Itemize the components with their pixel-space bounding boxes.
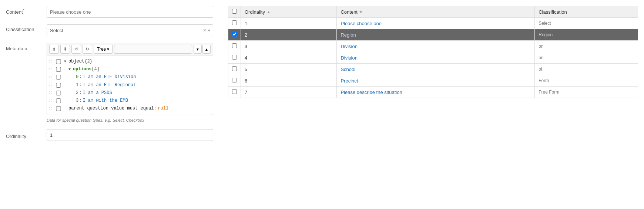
content-cell[interactable]: Division bbox=[337, 52, 535, 64]
ordinality-input[interactable] bbox=[47, 129, 213, 141]
sort-content-button[interactable]: Content bbox=[341, 9, 363, 15]
json-parent-row: :: parent_question_value_must_equal : nu… bbox=[47, 105, 213, 112]
row-checkbox[interactable] bbox=[55, 75, 62, 80]
metadata-hint: Data for special question types: e.g. Se… bbox=[6, 118, 213, 122]
content-cell[interactable]: Precinct bbox=[337, 75, 535, 87]
drag-handle: :: bbox=[47, 67, 54, 73]
row-checkbox[interactable] bbox=[232, 20, 237, 25]
sort-ordinality-button[interactable]: Ordinality ▲ bbox=[245, 9, 271, 15]
ordinality-row: Ordinality bbox=[6, 129, 213, 141]
json-search-input[interactable] bbox=[114, 45, 192, 54]
ordinality-cell: 7 bbox=[241, 87, 337, 98]
row-checkbox[interactable] bbox=[55, 83, 62, 88]
search-prev-button[interactable]: ▼ bbox=[194, 45, 202, 54]
classification-cell: on bbox=[535, 41, 638, 52]
row-checkbox[interactable] bbox=[55, 59, 62, 64]
row-checkbox[interactable] bbox=[232, 66, 237, 71]
table-row: 1 Please choose one Select bbox=[228, 18, 638, 29]
th-content: Content bbox=[337, 6, 535, 18]
table-row: 5 School ol bbox=[228, 64, 638, 75]
drag-handle: :: bbox=[47, 106, 54, 112]
drag-handle: :: bbox=[47, 98, 54, 104]
move-up-button[interactable]: ⬆ bbox=[49, 45, 59, 54]
sort-asc-icon: ▲ bbox=[267, 10, 271, 14]
tree-view-button[interactable]: Tree ▾ bbox=[94, 45, 113, 54]
search-next-button[interactable]: ▲ bbox=[202, 45, 211, 54]
row-check-cell bbox=[228, 64, 241, 75]
classification-cell: ol bbox=[535, 64, 638, 75]
content-input[interactable] bbox=[47, 6, 213, 18]
table-row: 7 Please describe the situation Free For… bbox=[228, 87, 638, 98]
row-checkbox[interactable] bbox=[232, 32, 237, 37]
redo-button[interactable]: ↻ bbox=[83, 45, 92, 54]
row-checkbox[interactable] bbox=[232, 78, 237, 82]
classification-cell: on bbox=[535, 52, 638, 64]
json-item-3: :: 3 : I am with the EMB bbox=[47, 97, 213, 105]
content-label: Content* bbox=[6, 6, 47, 15]
content-cell[interactable]: Region bbox=[337, 29, 535, 41]
select-all-checkbox[interactable] bbox=[232, 9, 237, 14]
content-cell[interactable]: Division bbox=[337, 41, 535, 52]
sort-icon-content bbox=[358, 10, 363, 14]
content-cell[interactable]: Please describe the situation bbox=[337, 87, 535, 98]
row-check-cell bbox=[228, 18, 241, 29]
ordinality-label: Ordinality bbox=[6, 131, 47, 139]
drag-handle: :: bbox=[47, 59, 54, 65]
th-checkbox bbox=[228, 6, 241, 18]
ordinality-cell: 5 bbox=[241, 64, 337, 75]
toggle-arrow[interactable]: ▼ bbox=[68, 67, 73, 73]
json-tree: :: ▼ object {2} :: ▼ options bbox=[47, 55, 213, 115]
search-nav: ▼ ▲ bbox=[194, 45, 211, 54]
content-row: Content* bbox=[6, 6, 213, 18]
row-check-cell bbox=[228, 52, 241, 64]
ordinality-cell: 6 bbox=[241, 75, 337, 87]
json-options-row: :: ▼ options [4] bbox=[47, 65, 213, 73]
th-classification: Classification bbox=[535, 6, 638, 18]
classification-cell: Select bbox=[535, 18, 638, 29]
json-toolbar: ⬆ ⬇ ↺ ↻ Tree ▾ ▼ ▲ bbox=[47, 43, 213, 55]
table-row: 4 Division on bbox=[228, 52, 638, 64]
row-checkbox[interactable] bbox=[55, 67, 62, 72]
move-down-button[interactable]: ⬇ bbox=[60, 45, 70, 54]
table-row: 3 Division on bbox=[228, 41, 638, 52]
data-table: Ordinality ▲ Content Classific bbox=[228, 6, 638, 98]
classification-cell: Form bbox=[535, 75, 638, 87]
right-panel: Ordinality ▲ Content Classific bbox=[228, 6, 638, 203]
content-cell[interactable]: School bbox=[337, 64, 535, 75]
row-checkbox[interactable] bbox=[55, 91, 62, 95]
row-check-cell bbox=[228, 75, 241, 87]
json-item-1: :: 1 : I am an ETF Regional bbox=[47, 81, 213, 89]
toggle-arrow[interactable]: ▼ bbox=[64, 59, 68, 65]
th-ordinality: Ordinality ▲ bbox=[241, 6, 337, 18]
json-editor[interactable]: ⬆ ⬇ ↺ ↻ Tree ▾ ▼ ▲ bbox=[47, 43, 213, 115]
drag-handle: :: bbox=[47, 74, 54, 80]
row-checkbox[interactable] bbox=[55, 98, 62, 103]
ordinality-cell: 3 bbox=[241, 41, 337, 52]
row-checkbox[interactable] bbox=[55, 106, 62, 111]
row-checkbox[interactable] bbox=[232, 43, 237, 48]
classification-row: Classification Select ✕ ▾ bbox=[6, 24, 213, 36]
content-cell[interactable]: Please choose one bbox=[337, 18, 535, 29]
metadata-label: Meta data bbox=[6, 43, 47, 51]
json-root-row: :: ▼ object {2} bbox=[47, 58, 213, 65]
row-check-cell bbox=[228, 29, 241, 41]
row-checkbox[interactable] bbox=[232, 55, 237, 60]
json-item-2: :: 2 : I am a PSDS bbox=[47, 89, 213, 97]
tree-dropdown-arrow: ▾ bbox=[107, 47, 109, 52]
classification-select[interactable]: Select bbox=[47, 24, 213, 36]
table-row: 6 Precinct Form bbox=[228, 75, 638, 87]
ordinality-cell: 1 bbox=[241, 18, 337, 29]
classification-select-wrapper: Select ✕ ▾ bbox=[47, 24, 213, 36]
row-check-cell bbox=[228, 41, 241, 52]
table-header-row: Ordinality ▲ Content Classific bbox=[228, 6, 638, 18]
left-panel: Content* Classification Select ✕ ▾ Me bbox=[6, 6, 213, 203]
select-clear-icon[interactable]: ✕ bbox=[203, 28, 207, 33]
metadata-row: Meta data ⬆ ⬇ ↺ ↻ Tree ▾ ▼ ▲ bbox=[6, 43, 213, 115]
row-check-cell bbox=[228, 87, 241, 98]
drag-handle: :: bbox=[47, 82, 54, 88]
classification-cell: Region bbox=[535, 29, 638, 41]
drag-handle: :: bbox=[47, 90, 54, 96]
undo-button[interactable]: ↺ bbox=[71, 45, 81, 54]
json-item-0: :: 0 : I am an ETF Division bbox=[47, 73, 213, 81]
row-checkbox[interactable] bbox=[232, 89, 237, 94]
